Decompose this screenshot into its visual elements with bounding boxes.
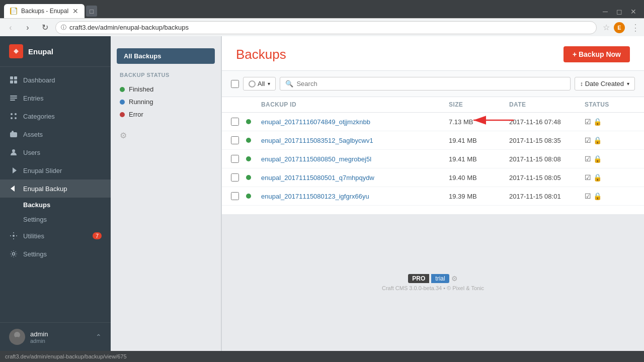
row-size-2: 19.41 MB (449, 137, 509, 144)
sidebar-item-enupal-backup[interactable]: Enupal Backup (0, 179, 111, 198)
sidebar: Enupal Dashboard Entries Categories (0, 36, 111, 351)
status-bar: craft3.dev/admin/enupal-backup/backup/vi… (0, 351, 644, 362)
status-dot-3 (246, 156, 251, 161)
row-date-5: 2017-11-15 08:01 (509, 193, 585, 200)
sidebar-item-assets[interactable]: Assets (0, 125, 111, 143)
backup-now-button[interactable]: + Backup Now (564, 46, 630, 62)
active-tab[interactable]: 📄 Backups - Enupal ✕ (4, 4, 85, 18)
browser-tabs: 📄 Backups - Enupal ✕ □ ─ ◻ ✕ (0, 0, 644, 18)
search-icon: 🔍 (285, 80, 293, 87)
search-box[interactable]: 🔍 (280, 77, 570, 90)
tab-favicon: 📄 (10, 8, 17, 15)
app-name: Enupal (28, 47, 53, 56)
backup-link-5[interactable]: enupal_20171115080123_igfgrx66yu (261, 193, 369, 200)
bookmark-button[interactable]: ☆ (603, 23, 610, 32)
browser-user-button[interactable]: E (614, 22, 625, 33)
maximize-button[interactable]: ◻ (613, 5, 626, 18)
categories-icon (9, 112, 18, 121)
select-all-checkbox[interactable] (231, 80, 239, 88)
footer-gear-icon[interactable]: ⚙ (451, 275, 458, 283)
status-dot-2 (246, 138, 251, 143)
browser-toolbar: ‹ › ↻ ⓘ craft3.dev/admin/enupal-backup/b… (0, 18, 644, 36)
minimize-button[interactable]: ─ (599, 5, 612, 18)
sidebar-footer: admin admin ⌃ (0, 322, 111, 351)
sidebar-item-categories[interactable]: Categories (0, 107, 111, 125)
backup-link-3[interactable]: enupal_20171115080850_megrobej5l (261, 155, 371, 163)
sidebar-header: Enupal (0, 36, 111, 67)
svg-point-7 (11, 113, 13, 115)
backup-status-section: BACKUP STATUS Finished Running Error (111, 68, 221, 125)
row-date-4: 2017-11-15 08:05 (509, 174, 585, 182)
filter-running[interactable]: Running (120, 96, 212, 108)
lock-status-icon-2: 🔒 (593, 136, 602, 144)
sidebar-sub-settings[interactable]: Settings (0, 212, 111, 227)
svg-rect-6 (10, 100, 15, 101)
sidebar-label-settings: Settings (23, 250, 47, 258)
svg-rect-4 (10, 96, 17, 97)
row-size-1: 7.13 MB (449, 118, 509, 126)
lock-status-icon-4: 🔒 (593, 173, 602, 182)
sidebar-item-entries[interactable]: Entries (0, 89, 111, 107)
browser-chrome: 📄 Backups - Enupal ✕ □ ─ ◻ ✕ ‹ › ↻ ⓘ cra… (0, 0, 644, 36)
error-dot (120, 112, 125, 117)
row-date-1: 2017-11-16 07:48 (509, 118, 585, 126)
row-status-3: ☑ 🔒 (585, 155, 635, 163)
row-status-5: ☑ 🔒 (585, 192, 635, 200)
svg-point-10 (15, 117, 17, 119)
sidebar-toggle-button[interactable]: ⌃ (96, 333, 102, 341)
row-date-2: 2017-11-15 08:35 (509, 137, 585, 144)
status-filter[interactable]: All ▾ (243, 77, 276, 90)
chrome-menu-button[interactable]: ⋮ (631, 22, 640, 33)
backup-link-1[interactable]: enupal_20171116074849_otjjmzknbb (261, 118, 370, 126)
username: admin (30, 330, 91, 338)
row-status-4: ☑ 🔒 (585, 173, 635, 182)
row-checkbox-4[interactable] (231, 173, 239, 182)
status-dot-5 (246, 194, 251, 199)
checkbox-status-icon-2: ☑ (585, 136, 591, 144)
row-size-5: 19.39 MB (449, 193, 509, 200)
running-dot (120, 100, 125, 105)
sidebar-item-enupal-slider[interactable]: Enupal Slider (0, 161, 111, 179)
row-checkbox-5[interactable] (231, 192, 239, 200)
row-checkbox-3[interactable] (231, 155, 239, 163)
sidebar-item-settings[interactable]: Settings (0, 245, 111, 263)
row-checkbox-2[interactable] (231, 136, 239, 144)
sidebar-sub-backups[interactable]: Backups (0, 198, 111, 212)
back-button[interactable]: ‹ (4, 21, 17, 34)
sidebar-sub-backups-label: Backups (23, 201, 50, 209)
gear-icon[interactable]: ⚙ (120, 131, 127, 140)
row-date-3: 2017-11-15 08:08 (509, 155, 585, 163)
forward-button[interactable]: › (21, 21, 34, 34)
new-tab-button[interactable]: □ (85, 4, 99, 18)
row-name-cell-2: enupal_20171115083512_5aglbycwv1 (261, 137, 449, 144)
svg-rect-5 (10, 98, 17, 99)
filter-finished[interactable]: Finished (120, 83, 212, 96)
checkbox-status-icon-4: ☑ (585, 173, 591, 182)
status-dot-1 (246, 119, 251, 124)
backup-link-2[interactable]: enupal_20171115083512_5aglbycwv1 (261, 137, 373, 144)
window-close-button[interactable]: ✕ (627, 5, 640, 18)
sort-button[interactable]: ↕ Date Created ▾ (575, 77, 635, 90)
enupal-backup-icon (9, 184, 18, 193)
tab-close-button[interactable]: ✕ (72, 7, 78, 15)
row-name-cell-4: enupal_20171115080501_q7mhpqydw (261, 174, 449, 182)
security-icon: ⓘ (61, 24, 66, 31)
status-filter-label: All (258, 80, 265, 87)
footer-copyright: Craft CMS 3.0.0-beta.34 • © Pixel & Toni… (382, 285, 484, 291)
row-checkbox-1[interactable] (231, 118, 239, 126)
backup-link-4[interactable]: enupal_20171115080501_q7mhpqydw (261, 174, 374, 182)
finished-dot (120, 87, 125, 92)
svg-rect-0 (10, 76, 13, 79)
address-bar[interactable]: ⓘ craft3.dev/admin/enupal-backup/backups (55, 21, 597, 34)
sidebar-item-utilities[interactable]: Utilities 7 (0, 227, 111, 245)
reload-button[interactable]: ↻ (38, 21, 51, 34)
sidebar-item-dashboard[interactable]: Dashboard (0, 71, 111, 89)
filter-error[interactable]: Error (120, 108, 212, 121)
checkbox-status-icon-5: ☑ (585, 192, 591, 200)
status-filter-icon (249, 80, 256, 87)
all-backups-button[interactable]: All Backups (117, 48, 215, 64)
sidebar-item-users[interactable]: Users (0, 143, 111, 161)
svg-rect-11 (10, 132, 17, 137)
row-size-4: 19.40 MB (449, 174, 509, 182)
search-input[interactable] (296, 80, 565, 87)
